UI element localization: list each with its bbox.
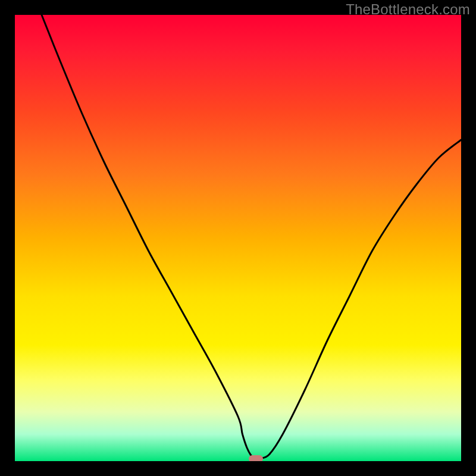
bottleneck-curve	[42, 15, 461, 459]
optimal-marker	[249, 455, 264, 462]
curve-svg	[15, 15, 461, 461]
plot-area	[15, 15, 461, 461]
chart-frame: TheBottleneck.com	[0, 0, 476, 476]
